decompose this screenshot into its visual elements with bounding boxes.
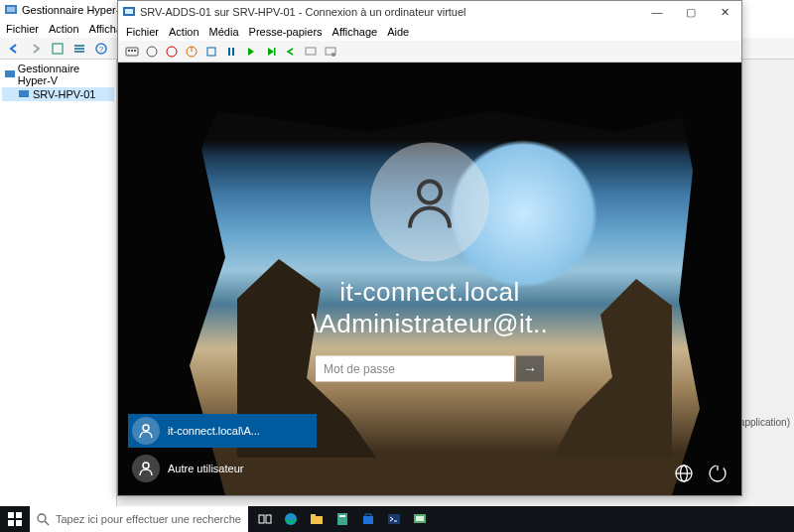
pause-icon[interactable] (223, 44, 239, 60)
svg-marker-23 (248, 48, 254, 56)
login-panel: it-connect.local \Administrateur@it.. → (241, 142, 618, 381)
svg-rect-13 (128, 50, 130, 52)
ctrl-alt-del-icon[interactable] (124, 44, 140, 60)
turnoff-icon[interactable] (164, 44, 180, 60)
user-switcher: it-connect.local\A... Autre utilisateur (128, 414, 317, 485)
vm-guest-display[interactable]: it-connect.local \Administrateur@it.. → … (118, 63, 741, 495)
svg-rect-2 (53, 44, 63, 54)
user-icon (132, 455, 160, 482)
vm-menu-action[interactable]: Action (169, 26, 199, 38)
svg-rect-5 (74, 51, 84, 53)
host-menu-fichier[interactable]: Fichier (6, 23, 39, 35)
tree-node-label: SRV-HPV-01 (33, 88, 95, 100)
svg-point-29 (419, 181, 441, 202)
reset-icon[interactable] (243, 44, 259, 60)
share-icon[interactable] (323, 44, 338, 60)
toolbar-view-icon[interactable] (48, 39, 67, 59)
user-tile-current[interactable]: it-connect.local\A... (128, 414, 317, 448)
back-icon[interactable] (4, 39, 24, 59)
user-tile-label: Autre utilisateur (168, 463, 243, 474)
svg-rect-9 (19, 90, 29, 97)
minimize-button[interactable]: — (640, 1, 674, 23)
svg-rect-40 (16, 520, 22, 526)
checkpoint-icon[interactable] (263, 44, 279, 60)
svg-rect-4 (74, 48, 84, 50)
start-button[interactable] (0, 506, 30, 532)
host-right-note: (application) (736, 417, 790, 428)
svg-rect-3 (74, 45, 84, 47)
host-taskbar: Tapez ici pour effectuer une recherche (0, 506, 794, 532)
login-line1: it-connect.local (312, 275, 549, 308)
host-tree: Gestionnaire Hyper-V SRV-HPV-01 (0, 60, 117, 507)
svg-rect-51 (388, 514, 400, 524)
edge-icon[interactable] (280, 508, 302, 530)
tree-root[interactable]: Gestionnaire Hyper-V (2, 62, 114, 87)
explorer-icon[interactable] (306, 508, 328, 530)
svg-line-42 (45, 521, 49, 525)
svg-rect-48 (337, 513, 347, 525)
search-icon (36, 512, 50, 526)
svg-point-16 (147, 47, 157, 57)
toolbar-help-icon[interactable]: ? (91, 39, 111, 59)
svg-rect-39 (8, 520, 14, 526)
svg-rect-20 (207, 48, 215, 56)
shutdown-icon[interactable] (184, 44, 199, 60)
svg-rect-43 (259, 515, 264, 523)
vmconnect-icon (122, 5, 136, 19)
ease-of-access-icon[interactable] (708, 464, 728, 483)
hyperv-taskbar-icon[interactable] (409, 508, 431, 530)
svg-rect-54 (416, 516, 424, 521)
user-avatar-icon (370, 142, 489, 261)
svg-text:?: ? (99, 45, 104, 54)
svg-point-31 (143, 463, 149, 468)
svg-rect-49 (339, 515, 345, 517)
taskbar-search[interactable]: Tapez ici pour effectuer une recherche (30, 506, 248, 532)
svg-rect-44 (266, 515, 271, 523)
svg-rect-22 (232, 48, 234, 56)
svg-rect-14 (131, 50, 133, 52)
revert-icon[interactable] (283, 44, 299, 60)
vm-menu-presse-papiers[interactable]: Presse-papiers (249, 26, 323, 38)
network-icon[interactable] (674, 464, 694, 483)
svg-rect-50 (363, 516, 373, 524)
vm-connection-window: SRV-ADDS-01 sur SRV-HPV-01 - Connexion à… (117, 0, 742, 496)
server-manager-icon[interactable] (331, 508, 353, 530)
password-input[interactable] (316, 355, 514, 381)
store-icon[interactable] (357, 508, 379, 530)
close-button[interactable]: ✕ (708, 1, 741, 23)
tree-root-label: Gestionnaire Hyper-V (18, 63, 112, 86)
vm-menu-affichage[interactable]: Affichage (332, 26, 378, 38)
svg-point-17 (167, 47, 177, 57)
tree-node-srv-hpv-01[interactable]: SRV-HPV-01 (2, 87, 114, 101)
svg-rect-21 (228, 48, 230, 56)
vm-toolbar (118, 41, 741, 63)
user-tile-label: it-connect.local\A... (168, 425, 260, 437)
vm-menu-media[interactable]: Média (209, 26, 239, 38)
svg-point-28 (331, 53, 335, 57)
svg-rect-47 (311, 514, 316, 517)
svg-rect-1 (7, 7, 15, 12)
powershell-icon[interactable] (383, 508, 405, 530)
taskview-icon[interactable] (254, 508, 276, 530)
svg-marker-24 (268, 48, 274, 56)
svg-rect-11 (125, 9, 133, 14)
svg-point-30 (143, 425, 149, 431)
vm-menubar: Fichier Action Média Presse-papiers Affi… (118, 23, 741, 41)
vm-menu-aide[interactable]: Aide (387, 26, 409, 38)
login-line2: \Administrateur@it.. (312, 308, 549, 340)
start-icon[interactable] (144, 44, 160, 60)
enhanced-session-icon[interactable] (303, 44, 319, 60)
save-icon[interactable] (203, 44, 219, 60)
svg-rect-15 (134, 50, 136, 52)
toolbar-list-icon[interactable] (69, 39, 89, 59)
forward-icon[interactable] (26, 39, 46, 59)
maximize-button[interactable]: ▢ (674, 1, 708, 23)
vm-menu-fichier[interactable]: Fichier (126, 26, 159, 38)
submit-login-button[interactable]: → (516, 355, 544, 381)
user-tile-other[interactable]: Autre utilisateur (128, 452, 317, 485)
svg-rect-37 (8, 512, 14, 518)
host-menu-action[interactable]: Action (49, 23, 79, 35)
svg-rect-46 (311, 516, 323, 524)
vm-titlebar[interactable]: SRV-ADDS-01 sur SRV-HPV-01 - Connexion à… (118, 1, 741, 23)
svg-rect-26 (306, 48, 316, 55)
